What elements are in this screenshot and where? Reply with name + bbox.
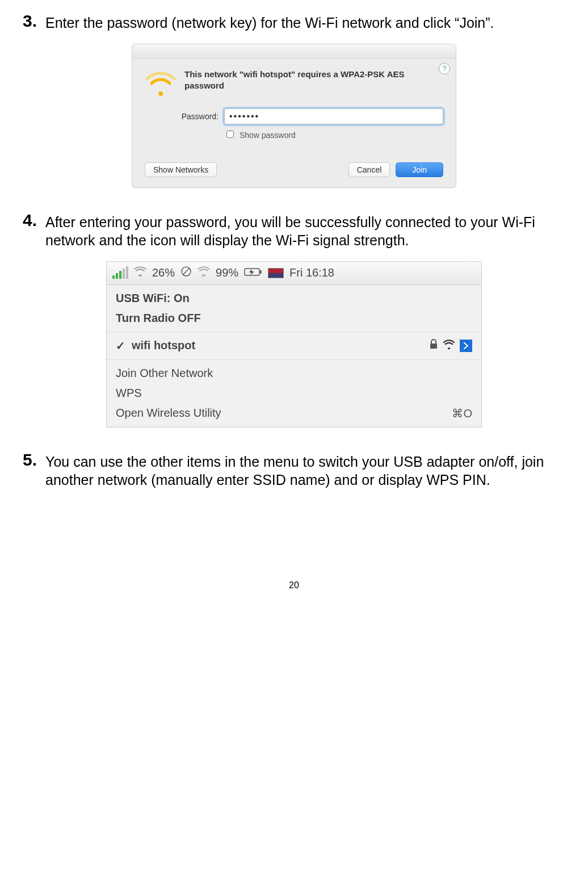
battery-charging-icon (244, 266, 262, 279)
turn-radio-off[interactable]: Turn Radio OFF (107, 308, 481, 328)
svg-rect-3 (260, 270, 262, 274)
svg-rect-5 (430, 344, 437, 349)
wifi-signal-icon (443, 339, 455, 352)
step-number: 4. (23, 211, 39, 229)
step-number: 3. (23, 11, 39, 30)
page-number: 20 (23, 580, 565, 591)
step-text: Enter the password (network key) for the… (45, 11, 494, 32)
dialog-title: This network "wifi hotspot" requires a W… (184, 69, 443, 92)
wifi-outline-icon (134, 266, 146, 279)
join-other-network[interactable]: Join Other Network (107, 363, 481, 383)
step-text: After entering your password, you will b… (45, 211, 565, 250)
lock-icon (429, 339, 438, 352)
keyboard-shortcut: ⌘O (452, 407, 472, 420)
menubar: 26% 99% Fri 16:18 (107, 262, 481, 285)
help-icon[interactable]: ? (439, 63, 450, 74)
svg-marker-4 (249, 269, 254, 275)
svg-line-1 (183, 268, 190, 275)
checkmark-icon: ✓ (116, 339, 126, 353)
wifi-password-dialog: ? This network "wifi hotspot" requires a… (132, 44, 456, 188)
step-5: 5. You can use the other items in the me… (23, 450, 565, 489)
dialog-titlebar (132, 44, 456, 58)
connected-network-item[interactable]: ✓ wifi hotspot (107, 336, 481, 356)
flag-us-icon (268, 268, 284, 278)
cancel-button[interactable]: Cancel (348, 162, 390, 177)
do-not-disturb-icon (180, 266, 192, 280)
wps-item[interactable]: WPS (107, 383, 481, 403)
chevron-right-icon[interactable] (460, 340, 472, 352)
password-label: Password: (145, 112, 219, 121)
open-wireless-utility[interactable]: Open Wireless Utility ⌘O (107, 403, 481, 424)
show-password-input[interactable] (226, 131, 234, 138)
show-password-checkbox[interactable]: Show password (224, 131, 296, 140)
wifi-empty-icon (198, 266, 210, 279)
connected-network-name: wifi hotspot (132, 339, 195, 352)
step-number: 5. (23, 450, 39, 469)
step-4: 4. After entering your password, you wil… (23, 211, 565, 250)
wifi-status-title: USB WiFi: On (107, 288, 481, 308)
clock: Fri 16:18 (289, 266, 334, 279)
wifi-menu-screenshot: 26% 99% Fri 16:18 USB WiFi: On (23, 261, 565, 428)
wifi-password-dialog-screenshot: ? This network "wifi hotspot" requires a… (23, 44, 565, 188)
wifi-icon (145, 69, 177, 96)
percent-1: 26% (152, 266, 175, 279)
join-button[interactable]: Join (396, 162, 443, 177)
step-text: You can use the other items in the menu … (45, 450, 565, 489)
step-3: 3. Enter the password (network key) for … (23, 11, 565, 32)
show-networks-button[interactable]: Show Networks (145, 162, 217, 177)
percent-2: 99% (216, 266, 238, 279)
signal-bars-icon (112, 267, 128, 279)
wifi-menu: 26% 99% Fri 16:18 USB WiFi: On (106, 261, 482, 428)
show-password-label: Show password (240, 131, 296, 140)
password-input[interactable] (224, 108, 443, 124)
wifi-dropdown: USB WiFi: On Turn Radio OFF ✓ wifi hotsp… (107, 285, 481, 427)
